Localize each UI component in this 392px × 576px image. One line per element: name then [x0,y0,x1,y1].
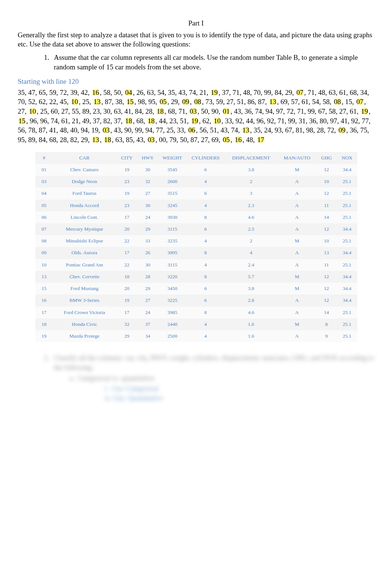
table-cell: 12 [316,187,337,199]
table-cell: Ford Taurus [53,187,116,199]
table-cell: Lincoln Cont. [53,211,116,223]
table-cell: 18 [116,271,138,283]
table-row: 15Ford Mustang2029345063.8M1234.4 [35,283,357,294]
table-cell: 8 [187,211,224,223]
table-cell: 29 [138,283,158,294]
table-cell: 6 [187,187,224,199]
table-cell: A [278,187,316,199]
table-cell: Mitsubishi Eclipse [53,235,116,247]
table-cell: 13 [316,247,337,259]
table-cell: 2 [224,176,278,187]
column-header: CYLINDERS [187,152,224,164]
table-cell: BMW 3-Series [53,294,116,306]
table-cell: 06 [35,211,53,223]
table-cell: 34.4 [337,164,357,176]
table-cell: 8 [187,307,224,318]
table-row: 05Honda Accord2330324542.3A1125.1 [35,200,357,211]
random-number-block: 35, 47, 65, 59, 72, 39, 42, 16, 58, 50, … [18,88,374,145]
table-cell: 26 [138,247,158,259]
table-cell: 9 [316,330,337,342]
table-cell: 3450 [158,283,187,294]
question-2a: Categorical vs. quantitative i. Car: Cat… [76,373,374,403]
table-cell: 22 [116,235,138,247]
table-cell: M [278,318,316,330]
table-cell: 14 [316,307,337,318]
table-cell: 28 [138,271,158,283]
table-cell: Honda Accord [53,200,116,211]
table-row: 01Chev. Camaro1930354563.8M1234.4 [35,164,357,176]
table-cell: 25.1 [337,176,357,187]
table-cell: 34.4 [337,247,357,259]
table-cell: 03 [35,176,53,187]
table-cell: 10 [316,176,337,187]
table-cell: 3930 [158,211,187,223]
column-header: HWY [138,152,158,164]
table-cell: 8 [187,271,224,283]
table-cell: Olds. Aurora [53,247,116,259]
table-cell: 3.8 [224,164,278,176]
table-row: 04Ford Taurus1927351563A1225.1 [35,187,357,199]
table-cell: 4 [187,235,224,247]
table-cell: Chev. Camaro [53,164,116,176]
table-cell: Ford Crown Victoria [53,307,116,318]
table-cell: A [278,259,316,271]
table-cell: 2.8 [224,294,278,306]
table-row: 19Mazda Protege2934250041.6A925.1 [35,330,357,342]
column-header: GHG [316,152,337,164]
table-cell: 05 [35,200,53,211]
table-row: 06Lincoln Cont.1724393084.6A1425.1 [35,211,357,223]
question-2-text: Classify all the columns: car, city, HWY… [54,354,374,371]
table-cell: A [278,307,316,318]
table-cell: 34.4 [337,223,357,235]
table-cell: A [278,247,316,259]
table-cell: 4 [224,247,278,259]
table-cell: 12 [316,164,337,176]
table-cell: 18 [35,318,53,330]
table-cell: 04 [35,187,53,199]
table-cell: 4 [187,259,224,271]
table-cell: Mercury Mystique [53,223,116,235]
table-row: 10Pontiac Grand Am2230311542.4A1125.1 [35,259,357,271]
table-cell: 25.1 [337,259,357,271]
table-cell: 16 [35,294,53,306]
table-cell: M [278,164,316,176]
table-cell: 11 [316,259,337,271]
table-cell: 10 [316,235,337,247]
table-cell: 19 [116,187,138,199]
table-cell: 4 [187,318,224,330]
table-cell: 25.1 [337,211,357,223]
table-cell: 2.4 [224,259,278,271]
table-cell: Pontiac Grand Am [53,259,116,271]
table-cell: 08 [35,235,53,247]
column-header: WEIGHT [158,152,187,164]
table-cell: 2440 [158,318,187,330]
table-cell: M [278,271,316,283]
table-cell: 6 [187,164,224,176]
table-cell: A [278,223,316,235]
table-cell: 20 [116,283,138,294]
table-cell: 30 [138,164,158,176]
column-header: MAN/AUTO [278,152,316,164]
column-header: NOX [337,152,357,164]
table-cell: 25.1 [337,235,357,247]
table-cell: 2600 [158,176,187,187]
table-cell: 25.1 [337,200,357,211]
table-cell: 30 [138,259,158,271]
table-cell: A [278,211,316,223]
table-cell: 33 [138,235,158,247]
blurred-preview-section: Classify all the columns: car, city, HWY… [18,353,374,403]
table-cell: 2.5 [224,223,278,235]
table-cell: 27 [138,187,158,199]
column-header: # [35,152,53,164]
question-1: Assume that the car column represents al… [51,53,374,72]
table-cell: 34.4 [337,271,357,283]
table-cell: 12 [316,271,337,283]
table-row: 09Olds. Aurora1726399584A1334.4 [35,247,357,259]
table-cell: 4.6 [224,211,278,223]
table-cell: 34 [138,330,158,342]
table-cell: 2500 [158,330,187,342]
table-cell: 4 [187,330,224,342]
table-cell: 3 [224,187,278,199]
column-header: DISPLACEMENT [224,152,278,164]
table-cell: 12 [316,283,337,294]
